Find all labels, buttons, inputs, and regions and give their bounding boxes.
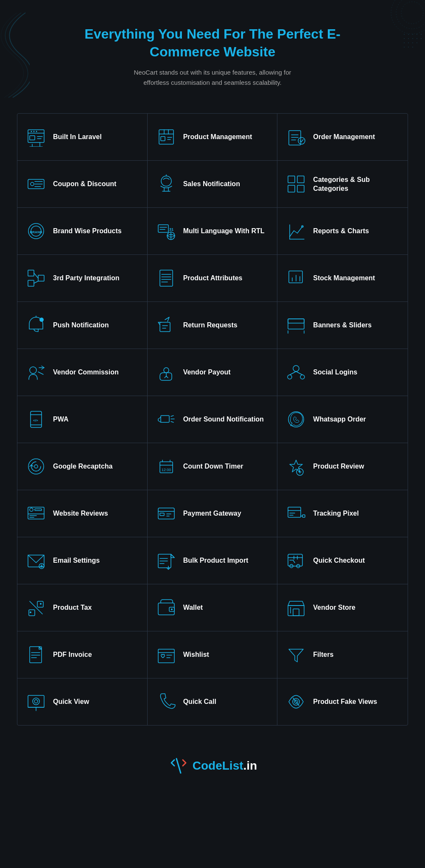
grid-row-11: PDF InvoiceWishlistFilters	[17, 631, 408, 678]
cell-label-10-2: Vendor Store	[313, 603, 355, 612]
grid-cell-10-2[interactable]: Vendor Store	[277, 584, 408, 631]
grid-cell-4-1[interactable]: Return Requests	[148, 302, 278, 349]
svg-line-70	[34, 273, 38, 278]
grid-cell-8-1[interactable]: Payment Gateway	[148, 490, 278, 537]
grid-cell-7-2[interactable]: Product Review	[277, 443, 408, 490]
grid-cell-7-0[interactable]: Google Recaptcha	[17, 443, 148, 490]
cell-label-10-1: Wallet	[183, 603, 203, 612]
svg-line-105	[171, 416, 173, 416]
grid-cell-0-2[interactable]: Order Management	[277, 114, 408, 160]
codelist-logo-icon	[168, 755, 189, 776]
wallet-icon	[155, 597, 177, 619]
cell-label-11-0: PDF Invoice	[53, 650, 92, 659]
grid-cell-4-2[interactable]: Banners & Sliders	[277, 302, 408, 349]
svg-point-97	[300, 375, 305, 379]
grid-cell-12-1[interactable]: Quick Call	[148, 678, 278, 725]
vendor-store-icon	[285, 597, 307, 619]
svg-rect-51	[288, 176, 295, 183]
grid-cell-7-1[interactable]: 12:00Count Down Timer	[148, 443, 278, 490]
bulk-import-icon	[155, 550, 177, 572]
svg-text:31: 31	[169, 227, 173, 232]
grid-cell-12-0[interactable]: Quick View	[17, 678, 148, 725]
svg-point-121	[30, 508, 33, 511]
svg-rect-128	[160, 513, 164, 516]
grid-cell-2-1[interactable]: 31Multi Language With RTL	[148, 208, 278, 254]
tax-icon	[25, 597, 47, 619]
grid-cell-1-1[interactable]: Sales Notification	[148, 161, 278, 207]
grid-cell-9-2[interactable]: Quick Checkout	[277, 537, 408, 584]
svg-rect-133	[302, 515, 305, 517]
svg-point-108	[288, 412, 304, 427]
cell-label-7-0: Google Recaptcha	[53, 462, 112, 471]
features-grid: Built In LaravelProduct ManagementOrder …	[17, 113, 408, 726]
svg-rect-168	[28, 695, 44, 707]
pwa-icon: </>	[25, 408, 47, 430]
cell-label-12-0: Quick View	[53, 697, 89, 706]
svg-point-95	[293, 366, 299, 371]
grid-cell-1-2[interactable]: Categories & Sub Categories	[277, 161, 408, 207]
cell-label-3-2: Stock Management	[313, 274, 375, 283]
grid-cell-0-1[interactable]: Product Management	[148, 114, 278, 160]
cell-label-0-0: Built In Laravel	[53, 132, 102, 142]
cell-label-5-0: Vendor Commission	[53, 368, 119, 377]
payment-icon	[155, 502, 177, 525]
grid-cell-6-1[interactable]: Order Sound Notification	[148, 396, 278, 443]
svg-rect-164	[158, 649, 174, 663]
grid-cell-8-2[interactable]: Tracking Pixel	[277, 490, 408, 537]
order-management-icon	[285, 126, 307, 148]
grid-cell-0-0[interactable]: Built In Laravel	[17, 114, 148, 160]
svg-point-170	[34, 700, 38, 703]
grid-cell-4-0[interactable]: Push Notification	[17, 302, 148, 349]
grid-cell-6-0[interactable]: </>PWA	[17, 396, 148, 443]
cell-label-0-1: Product Management	[183, 132, 252, 142]
cell-label-1-2: Categories & Sub Categories	[313, 175, 400, 193]
svg-point-82	[39, 318, 44, 322]
grid-cell-5-2[interactable]: Social Logins	[277, 349, 408, 396]
svg-point-93	[164, 368, 169, 373]
svg-point-155	[171, 608, 173, 610]
cell-label-9-0: Email Settings	[53, 556, 100, 565]
grid-row-10: Product TaxWalletVendor Store	[17, 584, 408, 631]
grid-cell-8-0[interactable]: Website Reviews	[17, 490, 148, 537]
grid-cell-11-0[interactable]: PDF Invoice	[17, 631, 148, 678]
recaptcha-icon	[25, 455, 47, 477]
grid-cell-5-0[interactable]: Vendor Commission	[17, 349, 148, 396]
grid-cell-2-0[interactable]: BRANDBrand Wise Products	[17, 208, 148, 254]
cell-label-4-0: Push Notification	[53, 321, 109, 330]
return-icon	[155, 314, 177, 336]
quick-view-icon	[25, 691, 47, 713]
grid-row-6: </>PWAOrder Sound NotificationWhatsapp O…	[17, 396, 408, 443]
svg-rect-33	[161, 137, 165, 141]
cell-label-0-2: Order Management	[313, 132, 375, 142]
vendor-commission-icon	[25, 361, 47, 383]
grid-cell-9-0[interactable]: Email Settings	[17, 537, 148, 584]
svg-rect-58	[158, 225, 168, 232]
cell-label-8-0: Website Reviews	[53, 509, 108, 518]
grid-cell-3-2[interactable]: Stock Management	[277, 255, 408, 301]
grid-cell-5-1[interactable]: Vendor Payout	[148, 349, 278, 396]
banners-icon	[285, 314, 307, 336]
grid-cell-3-0[interactable]: 3rd Party Integration	[17, 255, 148, 301]
multilanguage-icon: 31	[155, 220, 177, 242]
grid-cell-12-2[interactable]: Product Fake Views	[277, 678, 408, 725]
cell-label-12-2: Product Fake Views	[313, 697, 377, 706]
grid-cell-3-1[interactable]: Product Attributes	[148, 255, 278, 301]
svg-point-90	[30, 367, 36, 374]
integration-icon	[25, 267, 47, 289]
grid-cell-10-1[interactable]: Wallet	[148, 584, 278, 631]
laravel-icon	[25, 126, 47, 148]
svg-rect-25	[30, 136, 35, 140]
cell-label-11-1: Wishlist	[183, 650, 209, 659]
svg-rect-87	[288, 319, 304, 323]
grid-row-5: Vendor CommissionVendor PayoutSocial Log…	[17, 349, 408, 396]
cell-label-4-1: Return Requests	[183, 321, 238, 330]
svg-point-152	[40, 603, 42, 605]
grid-cell-11-2[interactable]: Filters	[277, 631, 408, 678]
grid-cell-6-2[interactable]: Whatsapp Order	[277, 396, 408, 443]
grid-cell-11-1[interactable]: Wishlist	[148, 631, 278, 678]
grid-cell-10-0[interactable]: Product Tax	[17, 584, 148, 631]
footer: CodeList.in	[0, 742, 425, 795]
grid-cell-9-1[interactable]: Bulk Product Import	[148, 537, 278, 584]
grid-cell-2-2[interactable]: Reports & Charts	[277, 208, 408, 254]
grid-cell-1-0[interactable]: Coupon & Discount	[17, 161, 148, 207]
